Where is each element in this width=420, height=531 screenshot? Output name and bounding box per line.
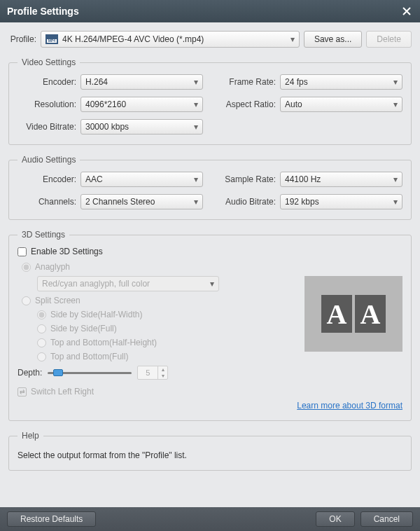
spinner-arrows: ▲▼	[158, 366, 167, 379]
svg-text:MP4: MP4	[48, 39, 56, 43]
anaglyph-radio	[22, 263, 31, 272]
video-bitrate-label: Video Bitrate:	[18, 122, 76, 132]
window-title: Profile Settings	[7, 6, 400, 17]
chevron-down-icon: ▾	[194, 77, 198, 87]
video-legend: Video Settings	[18, 57, 80, 67]
profile-dropdown[interactable]: MP4 4K H.264/MPEG-4 AVC Video (*.mp4) ▾	[41, 31, 300, 48]
enable-3d-checkbox-row: Enable 3D Settings	[18, 247, 402, 256]
audio-legend: Audio Settings	[18, 155, 80, 165]
split-screen-radio	[22, 296, 31, 305]
mp4-format-icon: MP4	[46, 34, 58, 44]
channels-dropdown[interactable]: 2 Channels Stereo▾	[80, 194, 203, 209]
chevron-down-icon: ▾	[393, 99, 398, 109]
audio-bitrate-dropdown[interactable]: 192 kbps▾	[280, 194, 402, 209]
three-d-settings-group: 3D Settings Enable 3D Settings Anaglyph …	[8, 230, 412, 421]
profile-value: 4K H.264/MPEG-4 AVC Video (*.mp4)	[62, 34, 290, 44]
save-as-button[interactable]: Save as...	[304, 31, 362, 48]
depth-row: Depth: 5 ▲▼	[18, 366, 402, 380]
resolution-label: Resolution:	[18, 99, 76, 109]
sample-rate-dropdown[interactable]: 44100 Hz▾	[280, 172, 402, 187]
help-group: Help Select the output format from the "…	[8, 431, 412, 471]
split-screen-radio-row: Split Screen	[22, 296, 296, 305]
restore-defaults-button[interactable]: Restore Defaults	[7, 511, 96, 527]
profile-label: Profile:	[8, 34, 36, 44]
spinner-up-icon: ▲	[158, 366, 167, 373]
enable-3d-checkbox[interactable]	[18, 247, 27, 256]
slider-thumb-icon[interactable]	[53, 369, 63, 376]
sbs-half-label: Side by Side(Half-Width)	[50, 310, 142, 319]
help-legend: Help	[18, 431, 43, 441]
video-encoder-dropdown[interactable]: H.264▾	[80, 74, 203, 90]
video-bitrate-dropdown[interactable]: 30000 kbps▾	[80, 119, 203, 135]
chevron-down-icon: ▾	[393, 197, 398, 207]
three-d-legend: 3D Settings	[18, 230, 69, 240]
anaglyph-radio-row: Anaglyph	[22, 262, 296, 272]
learn-more-row: Learn more about 3D format	[18, 401, 402, 411]
preview-tile-right: A	[355, 295, 386, 333]
depth-value: 5	[138, 368, 158, 377]
learn-more-link[interactable]: Learn more about 3D format	[297, 401, 402, 411]
close-icon[interactable]	[400, 5, 413, 18]
anaglyph-label: Anaglyph	[35, 262, 70, 272]
video-settings-group: Video Settings Encoder: H.264▾ Frame Rat…	[8, 57, 412, 145]
preview-anaglyph-tiles: A A	[321, 295, 386, 333]
cancel-button[interactable]: Cancel	[360, 511, 413, 527]
depth-slider[interactable]	[48, 368, 132, 377]
framerate-label: Frame Rate:	[217, 77, 276, 87]
anaglyph-mode-dropdown: Red/cyan anaglyph, full color▾	[37, 276, 219, 291]
swap-icon: ⇄	[18, 387, 27, 396]
three-d-options: Anaglyph Red/cyan anaglyph, full color▾ …	[18, 262, 296, 361]
footer-bar: Restore Defaults OK Cancel	[0, 507, 420, 531]
audio-bitrate-label: Audio Bitrate:	[217, 197, 276, 207]
framerate-dropdown[interactable]: 24 fps▾	[280, 74, 402, 90]
video-encoder-label: Encoder:	[18, 77, 76, 87]
three-d-preview: A A	[304, 276, 402, 352]
tb-half-radio	[37, 338, 46, 347]
switch-left-right-row: ⇄ Switch Left Right	[18, 387, 402, 396]
audio-encoder-label: Encoder:	[18, 174, 76, 184]
sbs-full-radio	[37, 324, 46, 333]
preview-tile-left: A	[321, 295, 352, 333]
tb-full-radio	[37, 352, 46, 361]
delete-button: Delete	[366, 31, 412, 48]
chevron-down-icon: ▾	[194, 122, 198, 132]
split-screen-label: Split Screen	[35, 296, 80, 305]
chevron-down-icon: ▾	[194, 174, 198, 184]
tb-full-label: Top and Bottom(Full)	[50, 352, 128, 361]
chevron-down-icon: ▾	[194, 197, 198, 207]
resolution-dropdown[interactable]: 4096*2160▾	[80, 97, 203, 112]
channels-label: Channels:	[18, 197, 76, 207]
aspect-ratio-label: Aspect Ratio:	[217, 99, 276, 109]
depth-label: Depth:	[18, 368, 42, 378]
aspect-ratio-dropdown[interactable]: Auto▾	[280, 97, 402, 112]
depth-spinner: 5 ▲▼	[137, 366, 168, 380]
help-text: Select the output format from the "Profi…	[18, 450, 402, 460]
chevron-down-icon: ▾	[194, 99, 198, 109]
sbs-half-radio	[37, 310, 46, 319]
audio-settings-group: Audio Settings Encoder: AAC▾ Sample Rate…	[8, 155, 412, 220]
ok-button[interactable]: OK	[316, 511, 354, 527]
sbs-full-label: Side by Side(Full)	[50, 324, 117, 333]
sample-rate-label: Sample Rate:	[217, 174, 276, 184]
switch-left-right-label: Switch Left Right	[31, 387, 94, 396]
chevron-down-icon: ▾	[290, 34, 295, 44]
audio-encoder-dropdown[interactable]: AAC▾	[80, 172, 203, 187]
chevron-down-icon: ▾	[210, 279, 214, 289]
profile-row: Profile: MP4 4K H.264/MPEG-4 AVC Video (…	[8, 31, 412, 48]
chevron-down-icon: ▾	[393, 174, 398, 184]
content-area: Profile: MP4 4K H.264/MPEG-4 AVC Video (…	[0, 22, 420, 507]
title-bar: Profile Settings	[0, 0, 420, 22]
tb-half-label: Top and Bottom(Half-Height)	[50, 338, 157, 347]
spinner-down-icon: ▼	[158, 373, 167, 379]
enable-3d-label: Enable 3D Settings	[31, 247, 103, 256]
three-d-body: Anaglyph Red/cyan anaglyph, full color▾ …	[18, 262, 402, 361]
chevron-down-icon: ▾	[393, 77, 398, 87]
